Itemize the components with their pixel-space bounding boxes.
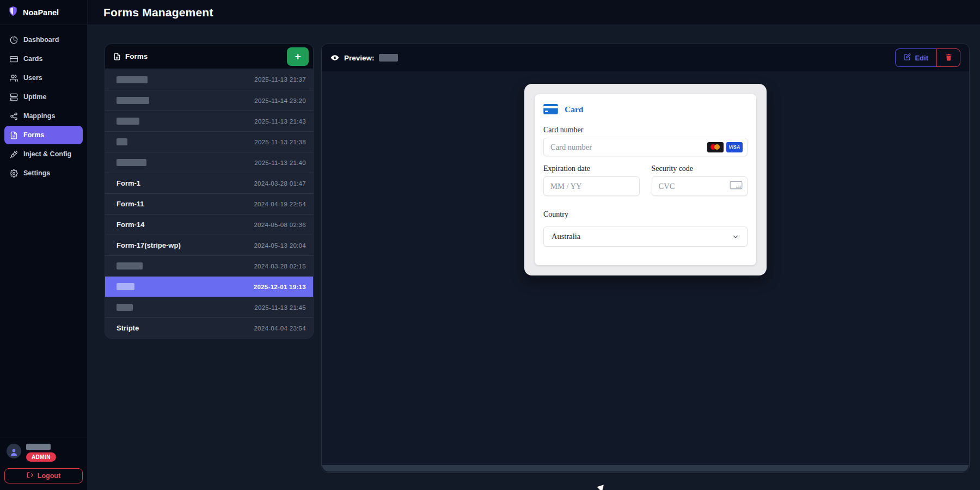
form-list-item[interactable]: 2025-12-01 19:13: [105, 276, 313, 297]
form-list-item[interactable]: Form-12024-03-28 01:47: [105, 173, 313, 193]
expiry-cvc-row: Expiration date Security code: [543, 164, 748, 196]
sidebar-item-label: Users: [23, 74, 42, 82]
shield-logo-icon: [8, 6, 19, 19]
form-list-item[interactable]: 2024-03-28 02:15: [105, 255, 313, 276]
sidebar-item-inject-config[interactable]: Inject & Config: [4, 145, 83, 163]
form-date: 2025-11-13 21:45: [254, 304, 306, 311]
sidebar-item-mappings[interactable]: Mappings: [4, 107, 83, 125]
sidebar-item-settings[interactable]: Settings: [4, 164, 83, 182]
card-method-header: Card: [543, 104, 748, 114]
form-list-item[interactable]: Form-112024-04-19 22:54: [105, 193, 313, 214]
sidebar-item-forms[interactable]: Forms: [4, 126, 83, 144]
logo: NoaPanel: [0, 0, 87, 25]
expiration-input[interactable]: [543, 176, 640, 196]
user-row: ADMIN: [4, 444, 83, 462]
form-name: Form-11: [117, 200, 144, 208]
form-date: 2025-11-13 21:37: [254, 76, 306, 83]
content: Forms + 2025-11-13 21:372025-11-14 23:20…: [88, 25, 980, 490]
sidebar-nav: DashboardCardsUsersUptimeMappingsFormsIn…: [0, 25, 87, 188]
card-number-field-wrap: VISA: [543, 138, 748, 156]
users-icon: [10, 74, 18, 82]
redacted-form-name: [117, 283, 134, 290]
payment-form-shell: Card Card number VISA: [524, 84, 767, 275]
sidebar-item-label: Forms: [23, 131, 44, 139]
sidebar-footer: ADMIN Logout: [0, 438, 87, 490]
form-list-item[interactable]: 2025-11-13 21:40: [105, 152, 313, 173]
security-code-label: Security code: [652, 164, 748, 173]
form-name: Form-14: [117, 220, 144, 229]
logout-button[interactable]: Logout: [4, 468, 83, 483]
country-select[interactable]: Australia: [543, 226, 748, 247]
eye-icon: [330, 53, 339, 62]
sidebar-item-label: Dashboard: [23, 36, 59, 44]
card-method-title: Card: [565, 105, 583, 114]
card-number-label: Card number: [543, 126, 748, 134]
forms-panel-title: Forms: [125, 52, 148, 60]
country-value: Australia: [552, 232, 580, 241]
preview-horizontal-scrollbar[interactable]: [322, 465, 969, 471]
username-redacted: [26, 444, 51, 450]
visa-icon: VISA: [726, 142, 743, 152]
form-list-item[interactable]: 2025-11-14 23:20: [105, 90, 313, 111]
admin-role-badge: ADMIN: [26, 452, 56, 462]
server-icon: [10, 93, 18, 101]
sidebar-item-label: Settings: [23, 169, 50, 177]
sidebar-spacer: [0, 188, 87, 438]
form-date: 2025-11-13 21:38: [254, 139, 306, 145]
form-list-item[interactable]: 2025-11-13 21:45: [105, 297, 313, 317]
form-list-item[interactable]: 2025-11-13 21:37: [105, 69, 313, 90]
edit-button[interactable]: Edit: [895, 48, 936, 67]
sidebar-item-cards[interactable]: Cards: [4, 50, 83, 68]
form-date: 2025-11-13 21:40: [254, 160, 306, 166]
redacted-form-name: [117, 159, 146, 166]
form-list-item[interactable]: 2025-11-13 21:38: [105, 131, 313, 152]
sidebar-item-label: Inject & Config: [23, 150, 71, 158]
form-list-item[interactable]: Form-142024-05-08 02:36: [105, 214, 313, 235]
redacted-form-name: [117, 138, 127, 145]
expiration-label: Expiration date: [543, 164, 640, 173]
form-date: 2024-04-19 22:54: [254, 201, 306, 207]
pie-chart-icon: [10, 36, 18, 44]
preview-form-name-redacted: [379, 54, 398, 62]
avatar: [7, 444, 21, 458]
edit-icon: [904, 53, 911, 62]
form-date: 2024-05-08 02:36: [254, 222, 306, 228]
form-list-item[interactable]: Stripte2024-04-04 23:54: [105, 317, 313, 338]
edit-label: Edit: [915, 54, 928, 62]
sidebar-item-label: Cards: [23, 55, 42, 63]
form-date: 2024-05-13 20:04: [254, 242, 306, 249]
form-date: 2025-11-14 23:20: [254, 97, 306, 104]
form-list-item[interactable]: 2025-11-13 21:43: [105, 111, 313, 131]
form-date: 2025-12-01 19:13: [254, 284, 306, 290]
preview-actions: Edit: [895, 48, 960, 67]
form-date: 2025-11-13 21:43: [254, 118, 306, 125]
form-date: 2024-03-28 02:15: [254, 263, 306, 270]
form-list-item[interactable]: Form-17(stripe-wp)2024-05-13 20:04: [105, 235, 313, 255]
topbar: Forms Management: [88, 0, 980, 25]
preview-header: Preview: Edit: [322, 44, 969, 71]
payment-form: Card Card number VISA: [535, 94, 756, 265]
card-brand-icons: VISA: [707, 142, 743, 152]
form-date: 2024-04-04 23:54: [254, 325, 306, 332]
main-area: Forms Management Forms + 2025-11-13 21:3…: [88, 0, 980, 490]
sidebar: NoaPanel DashboardCardsUsersUptimeMappin…: [0, 0, 88, 490]
syringe-icon: [10, 150, 18, 158]
delete-button[interactable]: [936, 48, 960, 67]
sidebar-item-dashboard[interactable]: Dashboard: [4, 30, 83, 49]
add-form-button[interactable]: +: [287, 47, 309, 66]
redacted-form-name: [117, 97, 149, 104]
logout-icon: [27, 471, 34, 480]
file-icon: [113, 53, 121, 60]
form-name: Stripte: [117, 324, 139, 332]
mastercard-icon: [707, 142, 724, 152]
sidebar-item-users[interactable]: Users: [4, 69, 83, 87]
redacted-form-name: [117, 76, 148, 83]
chevron-down-icon: [732, 233, 739, 241]
country-label: Country: [543, 210, 748, 219]
form-name: Form-1: [117, 179, 140, 187]
redacted-form-name: [117, 304, 133, 311]
credit-card-icon: [543, 104, 558, 114]
sidebar-item-uptime[interactable]: Uptime: [4, 88, 83, 106]
sidebar-item-label: Mappings: [23, 112, 55, 120]
app-name: NoaPanel: [23, 8, 59, 17]
